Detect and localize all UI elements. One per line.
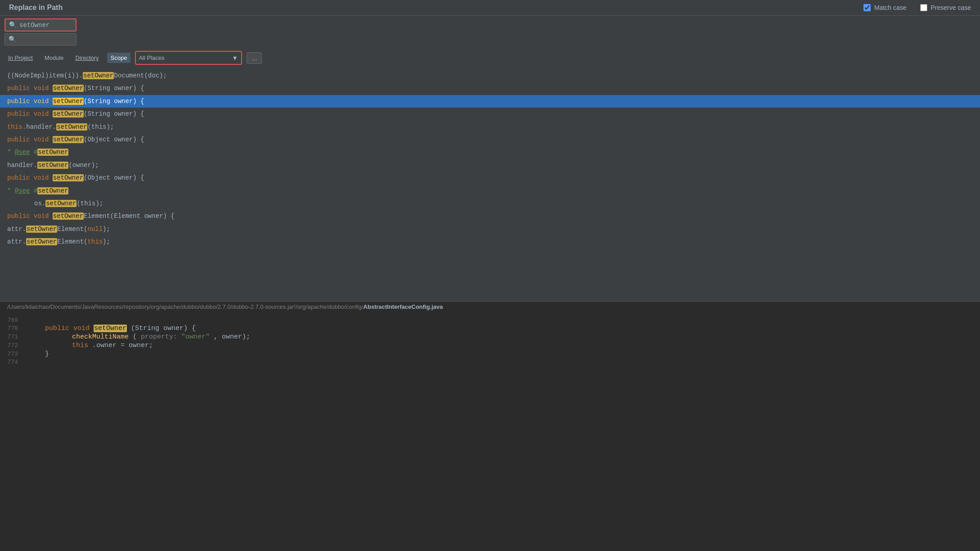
result-highlight-5: setOwner	[56, 123, 87, 131]
result-highlight-9: setOwner	[53, 174, 84, 181]
result-row-6[interactable]: public void setOwner(Object owner) {	[0, 133, 980, 146]
result-suffix-4: (String owner) {	[84, 110, 144, 117]
result-prefix-13: attr.	[7, 226, 26, 233]
result-row-3[interactable]: public void setOwner(String owner) {	[0, 95, 980, 108]
result-kw-6: public void	[7, 136, 53, 143]
preserve-case-checkbox[interactable]	[920, 4, 927, 11]
result-suffix-11: (this);	[76, 200, 103, 207]
code-line-773: 773 }	[0, 350, 980, 358]
result-suffix-14: Element(this);	[57, 238, 110, 245]
result-row-1[interactable]: ((NodeImpl)item(i)).setOwnerDocument(doc…	[0, 69, 980, 82]
result-kw-12: public void	[7, 212, 53, 220]
result-kw-9: public void	[7, 174, 53, 181]
result-row-9[interactable]: public void setOwner(Object owner) {	[0, 172, 980, 184]
filter-bar: In Project Module Directory Scope All Pl…	[0, 48, 980, 68]
replace-input[interactable]	[19, 36, 64, 43]
result-suffix-2: (String owner) {	[84, 85, 144, 92]
result-highlight-7: setOwner	[37, 149, 68, 156]
result-suffix-1: Document(doc);	[114, 72, 167, 79]
result-row-11[interactable]: os.setOwner(this);	[0, 197, 980, 210]
filter-scope[interactable]: Scope	[107, 53, 131, 63]
result-suffix-6: (Object owner) {	[84, 136, 144, 143]
result-row-5[interactable]: this.handler.setOwner(this);	[0, 121, 980, 133]
line-number-772: 772	[0, 342, 27, 349]
scope-more-button[interactable]: ...	[247, 52, 262, 64]
result-highlight-13: setOwner	[26, 226, 57, 233]
filter-module[interactable]: Module	[41, 53, 67, 63]
result-highlight-1: setOwner	[83, 72, 114, 79]
match-case-label: Match case	[874, 4, 907, 11]
result-indent-11: os.	[34, 200, 45, 207]
result-row-4[interactable]: public void setOwner(String owner) {	[0, 108, 980, 120]
result-highlight-14: setOwner	[26, 238, 57, 245]
scope-dropdown-area: All Places Project Files Module Director…	[135, 51, 242, 65]
result-suffix-3: (String owner) {	[84, 98, 144, 105]
line-number-770: 770	[0, 325, 27, 332]
result-row-13[interactable]: attr.setOwnerElement(null);	[0, 223, 980, 235]
search-input-wrapper: 🔍	[4, 18, 76, 32]
result-comment-10: * @see #	[7, 187, 37, 194]
code-line-772: 772 this .owner = owner;	[0, 341, 980, 350]
result-row-10[interactable]: * @see #setOwner	[0, 185, 980, 197]
result-suffix-8: (owner);	[68, 162, 99, 169]
result-prefix-8: handler.	[7, 162, 37, 169]
result-highlight-6: setOwner	[53, 136, 84, 143]
file-path: /Users/lidaichao/Documents/JavaResources…	[7, 303, 363, 310]
result-suffix-12: Element(Element owner) {	[84, 212, 175, 220]
file-name: AbstractInterfaceConfig.java	[363, 303, 443, 310]
search-input[interactable]	[19, 22, 64, 29]
result-highlight-10: setOwner	[37, 187, 68, 194]
replace-icon: 🔍	[9, 36, 16, 43]
preserve-case-label: Preserve case	[931, 4, 971, 11]
result-kw-2: public void	[7, 85, 53, 92]
results-list: ((NodeImpl)item(i)).setOwnerDocument(doc…	[0, 68, 980, 301]
search-icon: 🔍	[9, 21, 17, 29]
result-row-14[interactable]: attr.setOwnerElement(this);	[0, 235, 980, 248]
result-this-5: this	[7, 123, 22, 131]
code-content-771: checkMultiName ( property: "owner" , own…	[27, 333, 250, 341]
header-bar: Replace in Path Match case Preserve case	[0, 0, 980, 16]
code-content-773: }	[27, 350, 49, 358]
result-row-12[interactable]: public void setOwnerElement(Element owne…	[0, 210, 980, 222]
result-highlight-11: setOwner	[45, 200, 76, 207]
result-highlight-3: setOwner	[53, 98, 84, 105]
scope-dropdown-button[interactable]: ▾	[231, 54, 238, 62]
path-divider: /Users/lidaichao/Documents/JavaResources…	[0, 301, 980, 312]
main-container: Replace in Path Match case Preserve case…	[0, 0, 980, 551]
line-number-771: 771	[0, 334, 27, 340]
match-case-option[interactable]: Match case	[863, 4, 907, 11]
filter-directory[interactable]: Directory	[72, 53, 103, 63]
search-area: 🔍 🔍	[0, 16, 980, 48]
result-row-7[interactable]: * @see #setOwner	[0, 146, 980, 158]
result-prefix-14: attr.	[7, 238, 26, 245]
filter-in-project[interactable]: In Project	[4, 53, 36, 63]
code-content-770: public void setOwner (String owner) {	[27, 325, 196, 332]
preserve-case-option[interactable]: Preserve case	[920, 4, 971, 11]
line-number-774: 774	[0, 359, 27, 366]
code-preview: 769 770 public void setOwner (String own…	[0, 312, 980, 551]
code-line-769: 769	[0, 316, 980, 324]
result-highlight-12: setOwner	[53, 212, 84, 220]
match-case-checkbox[interactable]	[863, 4, 871, 11]
result-highlight-4: setOwner	[53, 110, 84, 117]
line-number-769: 769	[0, 317, 27, 324]
result-kw-3: public void	[7, 98, 53, 105]
result-dot-5: .handler.	[22, 123, 57, 131]
code-content-772: this .owner = owner;	[27, 342, 153, 349]
code-line-771: 771 checkMultiName ( property: "owner" ,…	[0, 333, 980, 341]
dialog-title: Replace in Path	[9, 4, 63, 12]
result-highlight-8: setOwner	[37, 162, 68, 169]
replace-input-wrapper: 🔍	[4, 33, 76, 45]
code-line-770: 770 public void setOwner (String owner) …	[0, 324, 980, 333]
scope-select[interactable]: All Places Project Files Module Director…	[139, 54, 229, 61]
header-options: Match case Preserve case	[863, 4, 971, 11]
result-comment-7: * @see #	[7, 149, 37, 156]
result-suffix-13: Element(null);	[57, 226, 110, 233]
line-number-773: 773	[0, 351, 27, 357]
result-highlight-2: setOwner	[53, 85, 84, 92]
result-suffix-5: (this);	[87, 123, 114, 131]
result-row-8[interactable]: handler.setOwner(owner);	[0, 159, 980, 172]
result-row-2[interactable]: public void setOwner(String owner) {	[0, 82, 980, 95]
result-kw-4: public void	[7, 110, 53, 117]
code-line-774: 774	[0, 358, 980, 366]
